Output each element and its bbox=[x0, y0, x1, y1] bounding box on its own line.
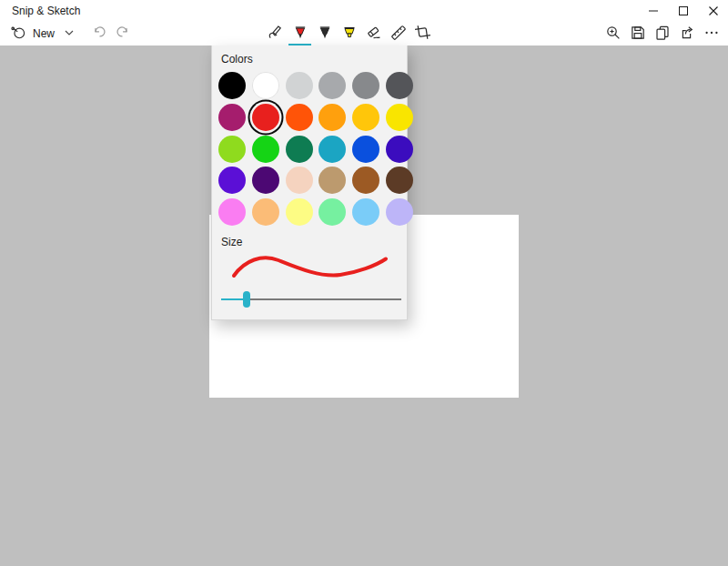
swatch-brown[interactable] bbox=[352, 167, 379, 194]
new-snip-dropdown-button[interactable] bbox=[59, 22, 79, 45]
size-label: Size bbox=[221, 236, 242, 248]
swatch-indigo[interactable] bbox=[386, 136, 413, 163]
toolbar-actions-group bbox=[601, 22, 723, 45]
swatch-mint-green[interactable] bbox=[318, 198, 346, 226]
swatch-dark-magenta[interactable] bbox=[218, 104, 246, 131]
minimize-icon bbox=[648, 5, 659, 16]
swatch-dark-green[interactable] bbox=[286, 136, 313, 163]
chevron-down-icon bbox=[64, 27, 75, 41]
pen-options-flyout: Colors Size bbox=[211, 45, 408, 320]
copy-button[interactable] bbox=[650, 22, 674, 45]
crop-icon bbox=[414, 24, 431, 44]
new-snip-label: New bbox=[33, 27, 55, 40]
ruler-icon bbox=[389, 24, 408, 45]
swatch-tan[interactable] bbox=[318, 167, 346, 194]
magnifier-icon bbox=[605, 25, 622, 44]
more-options-button[interactable] bbox=[699, 22, 723, 45]
ruler-button[interactable] bbox=[386, 22, 410, 45]
titlebar: Snip & Sketch bbox=[0, 0, 728, 22]
swatch-gray[interactable] bbox=[318, 72, 346, 99]
swatch-dark-brown[interactable] bbox=[386, 167, 413, 194]
eraser-icon bbox=[365, 24, 383, 45]
caption-buttons bbox=[638, 0, 728, 22]
pencil-button[interactable] bbox=[312, 22, 337, 45]
toolbar: New bbox=[0, 22, 728, 45]
swatch-beige[interactable] bbox=[286, 167, 313, 194]
redo-icon bbox=[115, 25, 130, 43]
save-button[interactable] bbox=[625, 22, 650, 45]
swatch-green[interactable] bbox=[252, 136, 279, 163]
maximize-icon bbox=[678, 5, 689, 16]
swatch-yellow[interactable] bbox=[386, 104, 413, 131]
swatch-orange[interactable] bbox=[286, 104, 313, 131]
swatch-peach[interactable] bbox=[252, 198, 279, 226]
swatch-white[interactable] bbox=[252, 72, 279, 99]
touch-writing-button[interactable] bbox=[263, 22, 288, 45]
redo-button[interactable] bbox=[111, 22, 134, 45]
highlighter-icon bbox=[340, 24, 359, 45]
swatch-light-orange[interactable] bbox=[318, 104, 346, 131]
snip-new-icon bbox=[10, 24, 27, 44]
share-icon bbox=[679, 25, 695, 44]
swatch-light-magenta[interactable] bbox=[218, 198, 246, 226]
swatch-red[interactable] bbox=[252, 104, 279, 131]
maximize-button[interactable] bbox=[668, 0, 698, 22]
swatch-light-yellow[interactable] bbox=[286, 198, 313, 226]
color-grid bbox=[218, 72, 413, 226]
ballpoint-pen-icon bbox=[291, 24, 309, 45]
save-icon bbox=[630, 25, 646, 44]
toolbar-left-group: New bbox=[5, 22, 134, 45]
undo-icon bbox=[92, 25, 107, 43]
ellipsis-icon bbox=[703, 25, 720, 44]
snip-and-sketch-window: Snip & Sketch bbox=[0, 0, 728, 566]
copy-icon bbox=[654, 25, 671, 44]
minimize-button[interactable] bbox=[638, 0, 668, 22]
swatch-teal[interactable] bbox=[318, 136, 346, 163]
colors-label: Colors bbox=[221, 53, 253, 66]
highlighter-button[interactable] bbox=[337, 22, 361, 45]
swatch-medium-gray[interactable] bbox=[352, 72, 379, 99]
swatch-black[interactable] bbox=[218, 72, 246, 99]
slider-thumb[interactable] bbox=[243, 291, 250, 308]
swatch-dark-gray[interactable] bbox=[386, 72, 413, 99]
toolbar-tools-group bbox=[263, 22, 435, 45]
swatch-gold[interactable] bbox=[352, 104, 379, 131]
swatch-lime-green[interactable] bbox=[218, 136, 246, 163]
ballpoint-pen-button[interactable] bbox=[288, 22, 312, 45]
crop-button[interactable] bbox=[410, 22, 435, 45]
swatch-light-blue[interactable] bbox=[352, 198, 379, 226]
pencil-icon bbox=[316, 24, 334, 45]
new-snip-button[interactable]: New bbox=[5, 22, 59, 45]
swatch-violet[interactable] bbox=[218, 167, 246, 194]
close-icon bbox=[708, 5, 719, 16]
swatch-dark-purple[interactable] bbox=[252, 167, 279, 194]
share-button[interactable] bbox=[674, 22, 699, 45]
size-slider[interactable] bbox=[221, 290, 401, 308]
eraser-button[interactable] bbox=[361, 22, 386, 45]
touch-writing-icon bbox=[267, 24, 285, 45]
swatch-lavender[interactable] bbox=[386, 198, 413, 226]
window-title: Snip & Sketch bbox=[0, 5, 80, 17]
swatch-blue[interactable] bbox=[352, 136, 379, 163]
close-button[interactable] bbox=[698, 0, 728, 22]
swatch-light-gray[interactable] bbox=[286, 72, 313, 99]
zoom-button[interactable] bbox=[601, 22, 625, 45]
undo-button[interactable] bbox=[88, 22, 111, 45]
stroke-preview-path bbox=[234, 258, 386, 276]
